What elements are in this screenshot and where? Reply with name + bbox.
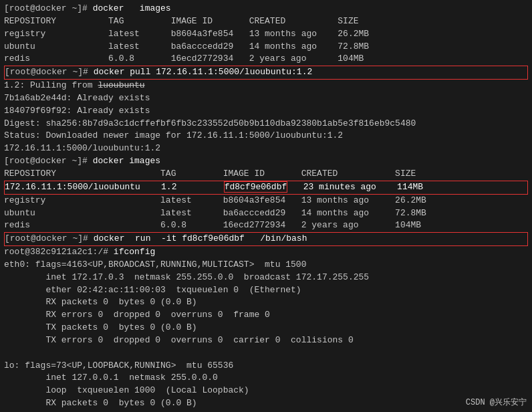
watermark: CSDN @兴乐安宁 [466, 397, 527, 408]
line-eth0-rx-packets: RX packets 0 bytes 0 (0.0 B) [4, 296, 528, 309]
table-row-ubuntu: ubuntu latest ba6acccedd29 14 months ago… [4, 41, 528, 54]
table-header-2: REPOSITORY TAG IMAGE ID CREATED SIZE [4, 168, 528, 181]
line-pulling: 1.2: Pulling from luoubuntu [4, 80, 528, 92]
table-row-registry: registry latest b8604a3fe854 13 months a… [4, 28, 528, 41]
line-eth0-ether: ether 02:42:ac:11:00:03 txqueuelen 0 (Et… [4, 284, 528, 297]
table-row-redis-2: redis 6.0.8 16ecd2772934 2 years ago 104… [4, 219, 528, 232]
table-row-registry-2: registry latest b8604a3fe854 13 months a… [4, 195, 528, 207]
line-ifconfig-prompt: root@382c9121a2c1:/# ifconfig [4, 246, 528, 259]
line-lo-loop: loop txqueuelen 1000 (Local Loopback) [4, 385, 528, 397]
line-exists-1: 7b1a6ab2e44d: Already exists [4, 92, 528, 105]
line-eth0-rx-errors: RX errors 0 dropped 0 overruns 0 frame 0 [4, 309, 528, 322]
line-image-ref: 172.16.11.1:5000/luoubuntu:1.2 [4, 142, 528, 155]
line-eth0-tx-errors: TX errors 0 dropped 0 overruns 0 carrier… [4, 334, 528, 347]
table-row-ubuntu-2: ubuntu latest ba6acccedd29 14 months ago… [4, 207, 528, 220]
table-header-1: REPOSITORY TAG IMAGE ID CREATED SIZE [4, 15, 528, 28]
line-docker-pull: [root@docker ~]# docker pull 172.16.11.1… [4, 66, 528, 80]
line-status: Status: Downloaded newer image for 172.1… [4, 130, 528, 142]
line-exists-2: 184079f69f92: Already exists [4, 105, 528, 118]
line-docker-run: [root@docker ~]# docker run -it fd8cf9e0… [4, 232, 528, 246]
table-row-luoubuntu: 172.16.11.1:5000/luoubuntu 1.2 fd8cf9e06… [4, 181, 528, 195]
line-docker-images-2: [root@docker ~]# docker images [4, 155, 528, 168]
line-eth0-inet: inet 172.17.0.3 netmask 255.255.0.0 broa… [4, 272, 528, 284]
table-row-redis: redis 6.0.8 16ecd2772934 2 years ago 104… [4, 53, 528, 66]
line-lo-rx-packets: RX packets 0 bytes 0 (0.0 B) [4, 397, 528, 410]
terminal-window: [root@docker ~]# docker images REPOSITOR… [0, 0, 532, 412]
line-1: [root@docker ~]# docker images [4, 3, 528, 15]
line-blank [4, 347, 528, 360]
line-lo-inet: inet 127.0.0.1 netmask 255.0.0.0 [4, 372, 528, 385]
line-lo-flags: lo: flags=73<UP,LOOPBACK,RUNNING> mtu 65… [4, 360, 528, 373]
line-digest: Digest: sha256:8b7d9a3c1dcffefbf6fb3c233… [4, 118, 528, 130]
line-eth0-flags: eth0: flags=4163<UP,BROADCAST,RUNNING,MU… [4, 259, 528, 272]
line-eth0-tx-packets: TX packets 0 bytes 0 (0.0 B) [4, 322, 528, 334]
